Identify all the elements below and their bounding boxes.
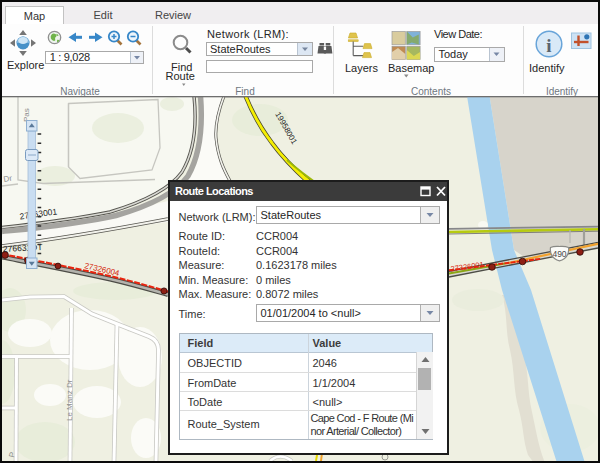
svg-text:Le Manz Dr: Le Manz Dr <box>65 379 74 421</box>
svg-text:490: 490 <box>552 249 566 259</box>
svg-text:i: i <box>546 35 551 56</box>
svg-text:Pas: Pas <box>22 108 31 122</box>
svg-text:276631DT: 276631DT <box>3 242 43 254</box>
